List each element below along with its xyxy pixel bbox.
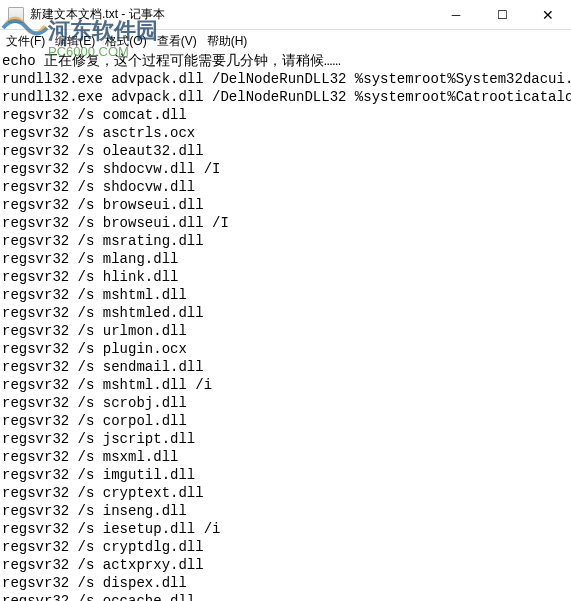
menu-view[interactable]: 查看(V)	[157, 33, 197, 50]
minimize-icon: ─	[452, 8, 461, 22]
maximize-icon: ☐	[497, 8, 508, 22]
menu-edit[interactable]: 编辑(E)	[55, 33, 95, 50]
menu-format[interactable]: 格式(O)	[105, 33, 146, 50]
menu-file[interactable]: 文件(F)	[6, 33, 45, 50]
window-title: 新建文本文档.txt - 记事本	[30, 6, 165, 23]
close-button[interactable]: ✕	[525, 0, 571, 29]
titlebar: 新建文本文档.txt - 记事本 ─ ☐ ✕	[0, 0, 571, 30]
minimize-button[interactable]: ─	[433, 0, 479, 29]
text-content[interactable]: echo 正在修复，这个过程可能需要几分钟，请稍候…… rundll32.exe…	[0, 52, 571, 601]
menubar: 文件(F) 编辑(E) 格式(O) 查看(V) 帮助(H)	[0, 30, 571, 52]
notepad-file-icon	[8, 7, 24, 23]
title-left: 新建文本文档.txt - 记事本	[8, 6, 165, 23]
menu-help[interactable]: 帮助(H)	[207, 33, 248, 50]
window-controls: ─ ☐ ✕	[433, 0, 571, 29]
close-icon: ✕	[542, 7, 554, 23]
maximize-button[interactable]: ☐	[479, 0, 525, 29]
